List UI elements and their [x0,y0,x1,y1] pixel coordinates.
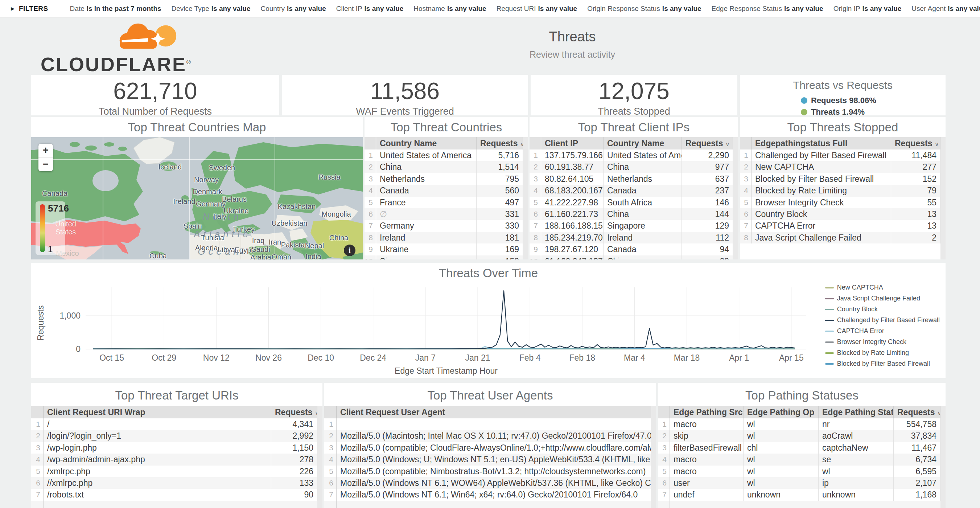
table-row[interactable]: 3/wp-login.php1,150 [31,442,323,454]
column-header-requests[interactable]: Requests ∨ [891,137,940,150]
cell[interactable]: //xmlrpc.php [43,477,271,489]
table-row[interactable]: 1 [324,418,656,430]
cell[interactable] [337,418,651,430]
column-header-country-name[interactable]: Country Name [376,137,477,150]
cell[interactable]: aoCrawl [819,430,894,441]
cell[interactable]: wl [743,465,819,477]
table-row[interactable]: 5Mozilla/5.0 (compatible; Nimbostratus-B… [324,465,656,477]
cell[interactable]: 133 [271,477,317,489]
cell[interactable]: macro [670,418,743,430]
cell[interactable]: 41.222.227.98 [541,197,603,208]
cell[interactable]: 2,290 [682,150,733,161]
cell[interactable]: 637 [682,173,733,185]
table-scrollbar[interactable] [940,137,945,260]
cell[interactable]: Singapore [376,255,477,260]
table-row[interactable]: 2skipwlaoCrawl37,834 [658,430,945,441]
table-row[interactable]: 4Mozilla/5.0 (Windows; U; Windows NT 5.1… [324,454,656,465]
cell[interactable]: 226 [271,465,317,477]
table-row[interactable]: 1United States of America5,716 [364,150,528,161]
table-row[interactable]: 2Mozilla/5.0 (Macintosh; Intel Mac OS X … [324,430,656,441]
column-header-country-name[interactable]: Country Name [603,137,682,150]
column-header-edge-pathing-op[interactable]: Edge Pathing Op [743,406,819,418]
cell[interactable]: Germany [376,220,477,231]
table-row[interactable]: 2China1,514 [364,161,528,173]
table-row[interactable]: 6Mozilla/5.0 (Windows NT 6.1; WOW64) App… [324,477,656,489]
cell[interactable]: wl [743,477,819,489]
cell[interactable]: Netherlands [376,173,477,185]
table-row[interactable]: 2/login/?login_only=12,992 [31,430,323,441]
cell[interactable]: 144 [682,208,733,220]
chart-legend-item-browser-integrity-check[interactable]: Browser Integrity Check [825,338,940,346]
chart-legend-item-country-block[interactable]: Country Block [825,306,940,313]
table-row[interactable]: 7Germany330 [364,220,528,231]
map-zoom-in-button[interactable]: + [38,144,53,157]
table-row[interactable]: 1/4,341 [31,418,323,430]
cell[interactable]: 1,150 [271,442,317,454]
cell[interactable]: 5,716 [477,150,523,161]
table-row[interactable]: 4Canada560 [364,185,528,196]
cell[interactable]: Blocked by Filter Based Firewall [751,173,891,185]
table-row[interactable]: 7188.166.188.152Singapore129 [530,220,738,231]
chart-legend-item-captcha-error[interactable]: CAPTCHA Error [825,327,940,335]
map-zoom-out-button[interactable]: − [38,157,53,171]
cell[interactable]: 1,168 [894,489,940,500]
cell[interactable]: Browser Integrity Check [751,197,891,208]
cell[interactable]: 79 [891,185,940,196]
cell[interactable]: 158 [477,255,523,260]
filter-item-device-type[interactable]: Device Typeis any value [172,5,251,13]
table-row[interactable]: 9Ukraine169 [364,244,528,255]
cell[interactable]: 560 [477,185,523,196]
cell[interactable]: se [819,454,894,465]
table-row[interactable]: 1Challenged by Filter Based Firewall11,4… [740,150,945,161]
table-row[interactable]: 6∅331 [364,208,528,220]
table-row[interactable]: 7CAPTCHA Error13 [740,220,945,231]
cell[interactable]: 185.234.219.70 [541,232,603,244]
cell[interactable]: 137.175.79.166 [541,150,603,161]
column-header-requests[interactable]: Requests ∨ [682,137,733,150]
cell[interactable]: 68.183.200.167 [541,185,603,196]
cell[interactable]: macro [670,465,743,477]
cell[interactable]: /xmlrpc.php [43,465,271,477]
cell[interactable]: 55 [891,197,940,208]
cell[interactable]: nr [819,418,894,430]
cell[interactable]: 198.27.67.120 [541,244,603,255]
column-header-requests[interactable]: Requests ∨ [477,137,523,150]
cell[interactable]: Canada [603,244,682,255]
cell[interactable]: Challenged by Filter Based Firewall [751,150,891,161]
table-row[interactable]: 5macrowlwl6,595 [658,465,945,477]
table-row[interactable]: 7Mozilla/5.0 (Windows NT 6.1; Win64; x64… [324,489,656,500]
cell[interactable]: user [670,477,743,489]
chart-legend-item-blocked-by-filter-based-firewall[interactable]: Blocked by Filter Based Firewall [825,360,940,368]
cell[interactable]: unknown [743,489,819,500]
filter-item-date[interactable]: Dateis in the past 7 months [70,5,161,13]
cell[interactable]: 330 [477,220,523,231]
cell[interactable]: Country Block [751,208,891,220]
table-row[interactable]: 8Ireland181 [364,232,528,244]
cell[interactable]: wl [819,465,894,477]
chart-legend-item-java-script-challenge-failed[interactable]: Java Script Challenge Failed [825,295,940,302]
cell[interactable]: 13 [891,208,940,220]
cell[interactable]: Mozilla/5.0 (compatible; Nimbostratus-Bo… [337,465,651,477]
cell[interactable]: Canada [603,185,682,196]
table-row[interactable]: 7undefunknownunknown1,168 [658,489,945,500]
cell[interactable]: Ireland [603,232,682,244]
column-header-edge-pathing-src[interactable]: Edge Pathing Src [670,406,743,418]
table-row[interactable]: 4macrowlse6,734 [658,454,945,465]
cell[interactable]: 6,595 [894,465,940,477]
table-scrollbar[interactable] [317,406,323,508]
cell[interactable]: 146 [682,197,733,208]
cell[interactable]: 11,467 [894,442,940,454]
table-scrollbar[interactable] [523,137,528,260]
filter-item-request-uri[interactable]: Request URIis any value [496,5,578,13]
table-row[interactable]: 3Netherlands795 [364,173,528,185]
cell[interactable]: Ukraine [376,244,477,255]
cell[interactable]: 169 [477,244,523,255]
column-header-client-request-user-agent[interactable]: Client Request User Agent [337,406,651,418]
table-row[interactable]: 5/xmlrpc.php226 [31,465,323,477]
table-row[interactable]: 1061.160.247.137China88 [530,255,738,260]
table-row[interactable]: 5Browser Integrity Check55 [740,197,945,208]
cell[interactable]: ip [819,477,894,489]
cell[interactable]: 4,341 [271,418,317,430]
cell[interactable]: Mozilla/5.0 (Macintosh; Intel Mac OS X 1… [337,430,651,441]
cell[interactable]: Netherlands [603,173,682,185]
